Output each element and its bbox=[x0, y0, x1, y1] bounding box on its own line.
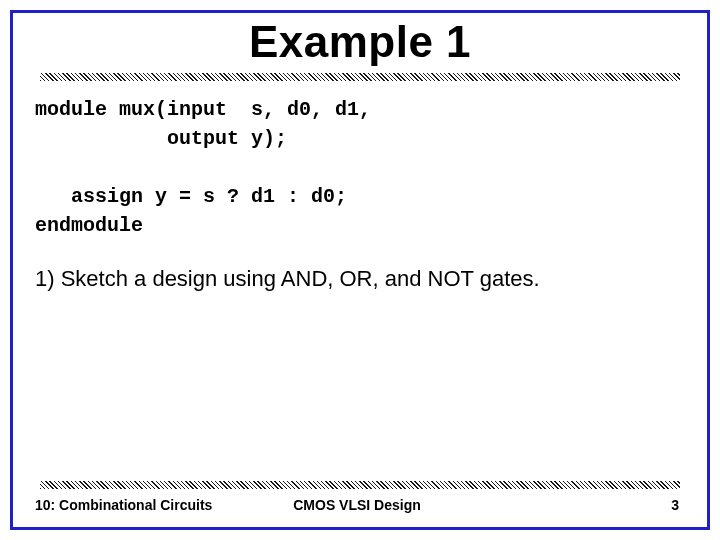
slide-footer: 10: Combinational Circuits CMOS VLSI Des… bbox=[13, 481, 707, 513]
footer-row: 10: Combinational Circuits CMOS VLSI Des… bbox=[35, 497, 685, 513]
code-line: output y); bbox=[35, 127, 287, 150]
footer-right: 3 bbox=[464, 497, 685, 513]
slide-title: Example 1 bbox=[13, 17, 707, 67]
footer-divider bbox=[40, 481, 680, 489]
slide-content: module mux(input s, d0, d1, output y); a… bbox=[13, 81, 707, 292]
slide-container: Example 1 module mux(input s, d0, d1, ou… bbox=[0, 0, 720, 540]
code-line: assign y = s ? d1 : d0; bbox=[35, 185, 347, 208]
code-line: module mux(input s, d0, d1, bbox=[35, 98, 371, 121]
footer-left: 10: Combinational Circuits bbox=[35, 497, 250, 513]
code-line: endmodule bbox=[35, 214, 143, 237]
code-block: module mux(input s, d0, d1, output y); a… bbox=[35, 95, 685, 240]
question-text: 1) Sketch a design using AND, OR, and NO… bbox=[35, 266, 685, 292]
slide: Example 1 module mux(input s, d0, d1, ou… bbox=[10, 10, 710, 530]
footer-center: CMOS VLSI Design bbox=[250, 497, 465, 513]
title-divider bbox=[40, 73, 680, 81]
